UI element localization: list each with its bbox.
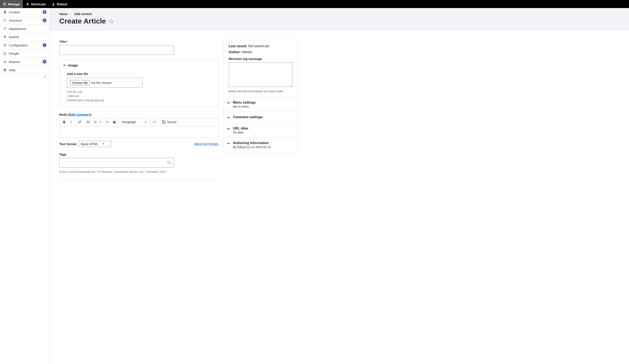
separator xyxy=(159,120,159,124)
code-button[interactable] xyxy=(151,119,158,125)
toolbar-shortcuts[interactable]: Shortcuts xyxy=(23,0,49,8)
tags-label: Tags xyxy=(59,152,218,156)
tags-input[interactable] xyxy=(59,158,174,168)
file-icon xyxy=(3,10,7,14)
sidebar-label: Appearance xyxy=(9,27,46,30)
toolbar-manage-label: Manage xyxy=(8,2,20,6)
file-help-2: 2 MB limit. xyxy=(67,94,211,98)
link-button[interactable] xyxy=(76,119,83,125)
svg-point-3 xyxy=(53,3,54,4)
svg-point-18 xyxy=(87,121,88,121)
page-header: Home › Add content Create Article xyxy=(50,8,629,30)
bold-button[interactable] xyxy=(61,119,68,125)
svg-rect-4 xyxy=(4,19,5,19)
breadcrumb-add-content[interactable]: Add content xyxy=(74,12,92,16)
sidebar-item-configuration[interactable]: Configuration xyxy=(0,41,49,49)
svg-rect-9 xyxy=(3,62,4,63)
image-details-toggle[interactable]: Image xyxy=(60,61,218,70)
title-input[interactable] xyxy=(59,45,174,55)
file-help-1: One file only. xyxy=(67,90,211,94)
accordion-title: Authoring information xyxy=(233,141,292,145)
separator xyxy=(84,120,84,124)
add-file-label: Add a new file xyxy=(67,72,211,76)
sidebar-item-people[interactable]: People xyxy=(0,49,49,58)
page-title: Create Article xyxy=(59,17,106,25)
paragraph-dropdown[interactable]: Paragraph xyxy=(120,120,149,124)
svg-point-19 xyxy=(87,122,88,122)
sidebar-item-help[interactable]: ? Help xyxy=(0,66,49,74)
sidebar-item-content[interactable]: Content xyxy=(0,8,49,16)
text-format-select[interactable]: Basic HTML xyxy=(79,141,111,147)
italic-button[interactable] xyxy=(68,119,74,125)
chevron-down-icon xyxy=(43,60,46,64)
sidebar-label: Content xyxy=(9,10,40,14)
file-help-3: Allowed types: png gif jpg jpeg. xyxy=(67,98,211,102)
svg-text:3: 3 xyxy=(94,122,94,123)
numbered-list-button[interactable]: 123 xyxy=(92,119,99,125)
hamburger-icon xyxy=(3,2,6,6)
sidebar-collapse[interactable] xyxy=(0,74,49,81)
sidebar-label: Structure xyxy=(9,19,40,22)
revision-log-label: Revision log message xyxy=(229,57,292,61)
svg-line-34 xyxy=(170,163,171,164)
choose-file-button[interactable]: Choose file xyxy=(70,80,90,85)
wrench-icon xyxy=(3,43,7,47)
source-button[interactable]: Source xyxy=(160,120,178,124)
file-status: No file chosen xyxy=(91,81,112,85)
title-label: Title* xyxy=(59,40,218,43)
paint-icon xyxy=(3,27,7,30)
chevron-down-icon xyxy=(227,127,231,130)
list-dropdown-button[interactable] xyxy=(99,119,102,125)
chevron-down-icon xyxy=(227,116,231,119)
user-icon xyxy=(52,2,55,6)
breadcrumb-home[interactable]: Home xyxy=(59,12,68,16)
separator xyxy=(150,120,150,124)
accordion-title: Comment settings xyxy=(233,115,292,119)
svg-point-7 xyxy=(4,52,5,53)
toolbar-shortcuts-label: Shortcuts xyxy=(31,2,46,6)
divider xyxy=(59,179,218,179)
toolbar-manage[interactable]: Manage xyxy=(0,0,23,8)
accordion-comment-settings[interactable]: Comment settings xyxy=(224,112,297,123)
svg-rect-14 xyxy=(44,76,46,77)
sidebar-item-structure[interactable]: Structure xyxy=(0,16,49,25)
toolbar-user[interactable]: thibaut xyxy=(49,0,70,8)
edit-summary-link[interactable]: Edit summary xyxy=(69,113,90,116)
accordion-authoring-info[interactable]: Authoring information By thibaut (1) on … xyxy=(224,138,297,152)
chevron-down-icon xyxy=(227,142,231,145)
form-aside: Last saved: Not saved yet Author: thibau… xyxy=(223,40,298,179)
svg-rect-10 xyxy=(5,61,5,63)
bullet-list-button[interactable] xyxy=(85,119,92,125)
blockquote-button[interactable] xyxy=(104,119,111,125)
file-input[interactable]: Choose file No file chosen xyxy=(67,78,143,88)
search-icon xyxy=(167,160,171,165)
accordion-url-alias[interactable]: URL alias No alias xyxy=(224,123,297,138)
puzzle-icon xyxy=(3,35,7,39)
image-details-box: Image Add a new file Choose file No file… xyxy=(59,60,218,107)
revision-log-textarea[interactable] xyxy=(229,62,292,87)
accordion-sub: Not in menu xyxy=(233,105,292,108)
tags-help: Enter a comma-separated list. For exampl… xyxy=(59,170,218,174)
editor-toolbar: 123 Paragraph xyxy=(60,118,218,126)
editor-content-area[interactable] xyxy=(60,126,218,138)
svg-rect-5 xyxy=(3,21,4,21)
text-format-label: Text format xyxy=(59,142,77,146)
image-button[interactable] xyxy=(111,119,118,125)
sidebar-item-extend[interactable]: Extend xyxy=(0,33,49,41)
toolbar-user-label: thibaut xyxy=(57,2,67,6)
last-saved-row: Last saved: Not saved yet xyxy=(229,44,292,48)
accordion-menu-settings[interactable]: Menu settings Not in menu xyxy=(224,97,297,112)
about-text-formats-link[interactable]: About text formats xyxy=(194,142,218,145)
sidebar-item-appearance[interactable]: Appearance xyxy=(0,25,49,33)
favorite-star-icon[interactable] xyxy=(109,19,114,23)
sidebar-item-reports[interactable]: Reports xyxy=(0,58,49,66)
collapse-up-icon xyxy=(43,76,46,79)
required-indicator: * xyxy=(66,40,68,43)
rich-text-editor: 123 Paragraph xyxy=(59,118,218,138)
chevron-down-icon xyxy=(43,18,46,22)
svg-rect-6 xyxy=(5,21,6,21)
author-row: Author: thibaut xyxy=(229,50,292,54)
svg-line-17 xyxy=(71,121,71,123)
sidebar-label: People xyxy=(9,52,46,55)
accordion-title: URL alias xyxy=(233,126,292,130)
